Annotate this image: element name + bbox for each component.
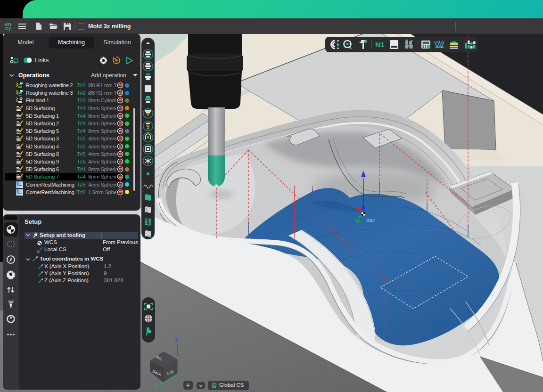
- svg-text:N1: N1: [375, 41, 384, 49]
- svg-text:G54: G54: [366, 218, 375, 223]
- svg-text:Z: Z: [175, 337, 178, 343]
- svg-text:Y: Y: [154, 384, 158, 390]
